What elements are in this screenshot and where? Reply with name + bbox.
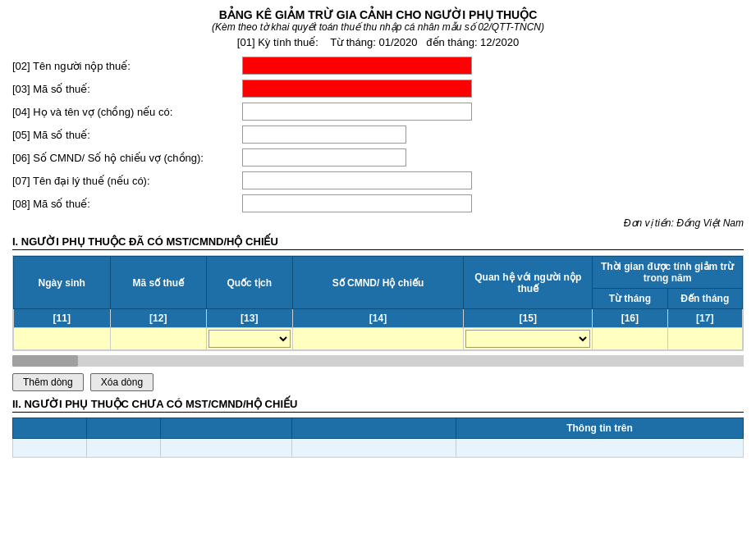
label-02: [02] Tên người nộp thuế: (12, 60, 242, 72)
cell-tu (593, 328, 667, 350)
cell-den (667, 328, 742, 350)
input-mst[interactable] (112, 330, 205, 348)
section1-title: I. NGƯỜI PHỤ THUỘC ĐÃ CÓ MST/CMND/HỘ CHI… (12, 235, 744, 250)
title-section: BẢNG KÊ GIẢM TRỪ GIA CẢNH CHO NGƯỜI PHỤ … (12, 8, 744, 48)
th2-col3 (161, 418, 292, 439)
form-row-05: [05] Mã số thuế: (12, 125, 744, 144)
them-dong-button[interactable]: Thêm dòng (12, 373, 84, 391)
input-cmnd[interactable] (295, 330, 462, 348)
input-ten-nguoi-nop-thue[interactable] (242, 57, 472, 75)
td2-3 (161, 439, 292, 458)
label-04: [04] Họ và tên vợ (chồng) nếu có: (12, 106, 242, 118)
label-03: [03] Mã số thuế: (12, 83, 242, 95)
table2-data-row (13, 439, 744, 458)
idx-12: [12] (110, 309, 207, 328)
input-ten-vo-chong[interactable] (242, 103, 472, 121)
label-07: [07] Tên đại lý thuế (nếu có): (12, 175, 242, 187)
th2-col2 (87, 418, 161, 439)
horizontal-scrollbar[interactable] (12, 355, 744, 367)
idx-14: [14] (292, 309, 464, 328)
form-row-07: [07] Tên đại lý thuế (nếu có): (12, 171, 744, 189)
idx-11: [11] (14, 309, 111, 328)
input-tu-thang[interactable] (594, 330, 665, 348)
xoa-dong-button[interactable]: Xóa dòng (90, 373, 153, 391)
td2-1 (13, 439, 87, 458)
form-row-03: [03] Mã số thuế: (12, 80, 744, 98)
cell-quoctich: Việt Nam Khác (207, 328, 292, 350)
th2-col1 (13, 418, 87, 439)
table1: Ngày sinh Mã số thuế Quốc tịch Số CMND/ … (13, 256, 743, 350)
input-den-thang[interactable] (670, 330, 740, 348)
table1-index-row: [11] [12] [13] [14] [15] [16] [17] (14, 309, 743, 328)
select-quoctich[interactable]: Việt Nam Khác (208, 330, 290, 348)
td2-4 (292, 439, 456, 458)
th-cmnd: Số CMND/ Hộ chiếu (292, 257, 464, 309)
scroll-thumb[interactable] (12, 355, 78, 367)
input-ma-so-thue-02[interactable] (242, 125, 406, 144)
cell-quanhe: Con Cha/Mẹ Khác (464, 328, 593, 350)
form-row-06: [06] Số CMND/ Số hộ chiếu vợ (chồng): (12, 148, 744, 167)
input-cmnd-vo-chong[interactable] (242, 148, 406, 167)
table2-header-row: Thông tin trên (13, 418, 744, 439)
table1-data-row: Việt Nam Khác Con Cha/Mẹ Khác (14, 328, 743, 350)
input-ma-so-thue-01[interactable] (242, 80, 472, 98)
table1-scroll-area[interactable]: Ngày sinh Mã số thuế Quốc tịch Số CMND/ … (12, 255, 744, 351)
period-to: đến tháng: 12/2020 (426, 36, 519, 48)
th-den-thang: Đến tháng (667, 289, 742, 309)
period-from: Từ tháng: 01/2020 (330, 36, 417, 48)
th-mst: Mã số thuế (110, 257, 207, 309)
input-ma-so-thue-03[interactable] (242, 194, 472, 212)
form-section: [02] Tên người nộp thuế: [03] Mã số thuế… (12, 57, 744, 212)
label-06: [06] Số CMND/ Số hộ chiếu vợ (chồng): (12, 152, 242, 164)
cell-mst (110, 328, 207, 350)
table2: Thông tin trên (12, 418, 744, 458)
input-ngaysinh[interactable] (16, 330, 108, 348)
idx-13: [13] (207, 309, 292, 328)
td2-2 (87, 439, 161, 458)
cell-cmnd (292, 328, 464, 350)
cell-ngaysinh (14, 328, 111, 350)
section2-title: II. NGƯỜI PHỤ THUỘC CHƯA CÓ MST/CMND/HỘ … (12, 398, 744, 413)
th2-col4 (292, 418, 456, 439)
table2-container: Thông tin trên (12, 418, 744, 458)
button-row: Thêm dòng Xóa dòng (12, 373, 744, 391)
page-title: BẢNG KÊ GIẢM TRỪ GIA CẢNH CHO NGƯỜI PHỤ … (12, 8, 744, 21)
form-row-02: [02] Tên người nộp thuế: (12, 57, 744, 75)
form-row-08: [08] Mã số thuế: (12, 194, 744, 212)
td2-5 (456, 439, 744, 458)
period-label: [01] Kỳ tính thuế: (237, 36, 318, 48)
th-quoctich: Quốc tịch (207, 257, 292, 309)
idx-17: [17] (667, 309, 742, 328)
idx-16: [16] (593, 309, 667, 328)
idx-15: [15] (464, 309, 593, 328)
select-quanhe[interactable]: Con Cha/Mẹ Khác (465, 330, 590, 348)
page-container: BẢNG KÊ GIẢM TRỪ GIA CẢNH CHO NGƯỜI PHỤ … (0, 0, 756, 466)
label-05: [05] Mã số thuế: (12, 129, 242, 141)
input-ten-dai-ly[interactable] (242, 171, 472, 189)
th2-thongtin: Thông tin trên (456, 418, 744, 439)
form-row-04: [04] Họ và tên vợ (chồng) nếu có: (12, 103, 744, 121)
currency-note: Đơn vị tiền: Đồng Việt Nam (12, 217, 744, 229)
label-08: [08] Mã số thuế: (12, 198, 242, 210)
th-ngaysinh: Ngày sinh (14, 257, 111, 309)
period-info: [01] Kỳ tính thuế: Từ tháng: 01/2020 đến… (12, 36, 744, 48)
th-quanhe: Quan hệ với người nộp thuế (464, 257, 593, 309)
table1-header-row1: Ngày sinh Mã số thuế Quốc tịch Số CMND/ … (14, 257, 743, 289)
page-subtitle: (Kèm theo tờ khai quyết toán thuế thu nh… (12, 21, 744, 33)
th-tu-thang: Từ tháng (593, 289, 667, 309)
th-thoigian: Thời gian được tính giảm trừ trong năm (593, 257, 743, 289)
